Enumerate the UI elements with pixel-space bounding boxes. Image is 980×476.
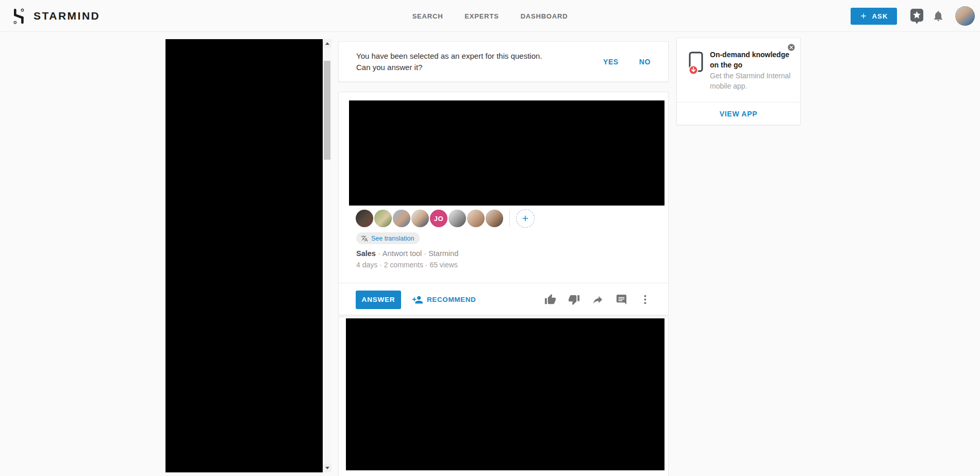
divider — [509, 210, 510, 227]
expert-avatar[interactable] — [411, 210, 429, 227]
plus-icon — [521, 214, 530, 223]
expert-avatar-row: JO — [356, 209, 535, 228]
expert-question-banner: You have been selected as an expert for … — [338, 41, 669, 82]
question-card: JO See translation Sales·Antwort tool·St… — [338, 92, 669, 315]
redacted-question-content — [349, 100, 665, 206]
person-add-icon — [412, 294, 423, 305]
topic-antwort-tool[interactable]: Antwort tool — [383, 249, 422, 258]
redacted-sidebar-content — [165, 39, 323, 472]
see-translation-label: See translation — [371, 235, 414, 242]
top-navbar: STARMIND SEARCH EXPERTS DASHBOARD ASK — [0, 0, 980, 32]
forward-arrow-icon — [592, 294, 604, 305]
expert-avatar[interactable] — [467, 210, 485, 227]
redacted-answer-content — [346, 318, 665, 470]
thumbs-down-button[interactable] — [568, 294, 580, 305]
app-promo-text: On-demand knowledge on the go Get the St… — [710, 49, 793, 91]
triangle-down-icon — [325, 467, 329, 469]
translate-icon — [361, 235, 368, 242]
more-options-button[interactable] — [639, 294, 651, 305]
expert-avatar[interactable] — [449, 210, 466, 227]
question-action-bar: ANSWER RECOMMEND — [339, 283, 668, 316]
plus-icon — [859, 12, 868, 20]
expert-avatar[interactable] — [486, 210, 503, 227]
brand-logo[interactable]: STARMIND — [12, 0, 100, 32]
question-meta: 4 days · 2 comments · 65 views — [356, 261, 458, 269]
app-promo-footer: VIEW APP — [677, 102, 800, 125]
thumbs-up-button[interactable] — [544, 294, 556, 305]
pointer — [916, 22, 919, 24]
expert-avatar-initials[interactable]: JO — [430, 210, 447, 227]
more-vert-icon — [639, 294, 651, 305]
whats-new-button[interactable] — [910, 8, 924, 26]
share-button[interactable] — [592, 294, 604, 305]
nav-experts[interactable]: EXPERTS — [463, 9, 500, 23]
expert-avatar[interactable] — [393, 210, 410, 227]
yes-button[interactable]: YES — [599, 54, 623, 70]
main-nav: SEARCH EXPERTS DASHBOARD — [411, 0, 569, 32]
topic-starmind[interactable]: Starmind — [428, 249, 458, 258]
scroll-down-button[interactable] — [323, 464, 331, 472]
scrollbar-thumb[interactable] — [324, 61, 330, 160]
thumb-up-icon — [544, 294, 556, 305]
no-button[interactable]: NO — [635, 54, 655, 70]
triangle-up-icon — [325, 42, 329, 45]
see-translation-chip[interactable]: See translation — [356, 232, 420, 244]
banner-text: You have been selected as an expert for … — [356, 50, 599, 73]
separator: · — [424, 249, 426, 258]
thumb-down-icon — [568, 294, 580, 305]
page: STARMIND SEARCH EXPERTS DASHBOARD ASK — [0, 0, 980, 476]
starmind-logo-icon — [12, 7, 26, 25]
header-actions: ASK — [851, 0, 975, 32]
comment-button[interactable] — [616, 294, 627, 305]
scroll-up-button[interactable] — [323, 39, 331, 48]
app-promo-title: On-demand knowledge on the go — [710, 49, 793, 70]
topic-tags: Sales·Antwort tool·Starmind — [356, 248, 458, 259]
expert-avatar[interactable] — [374, 210, 392, 227]
banner-line1: You have been selected as an expert for … — [356, 50, 599, 62]
app-promo-body: On-demand knowledge on the go Get the St… — [677, 38, 800, 103]
answer-button[interactable]: ANSWER — [356, 291, 401, 309]
comment-icon — [616, 294, 627, 305]
topic-sales[interactable]: Sales — [356, 249, 376, 258]
app-promo-subtitle: Get the Starmind Internal mobile app. — [710, 71, 793, 91]
separator: · — [378, 249, 380, 258]
ask-button[interactable]: ASK — [851, 8, 897, 25]
banner-line2: Can you answer it? — [356, 62, 599, 73]
banner-actions: YES NO — [599, 54, 655, 70]
nav-search[interactable]: SEARCH — [411, 9, 444, 23]
recommend-button[interactable]: RECOMMEND — [412, 294, 476, 305]
add-expert-button[interactable] — [516, 209, 535, 228]
mobile-app-promo-card: On-demand knowledge on the go Get the St… — [676, 38, 801, 125]
mobile-app-icon — [688, 51, 706, 77]
nav-dashboard[interactable]: DASHBOARD — [520, 9, 569, 23]
answer-section-card — [338, 317, 669, 476]
user-avatar[interactable] — [955, 6, 975, 26]
expert-avatar[interactable] — [356, 210, 373, 227]
sidebar-scrollbar[interactable] — [323, 39, 331, 472]
brand-name: STARMIND — [34, 10, 100, 22]
notifications-bell-icon[interactable] — [932, 10, 944, 22]
view-app-button[interactable]: VIEW APP — [720, 110, 758, 118]
